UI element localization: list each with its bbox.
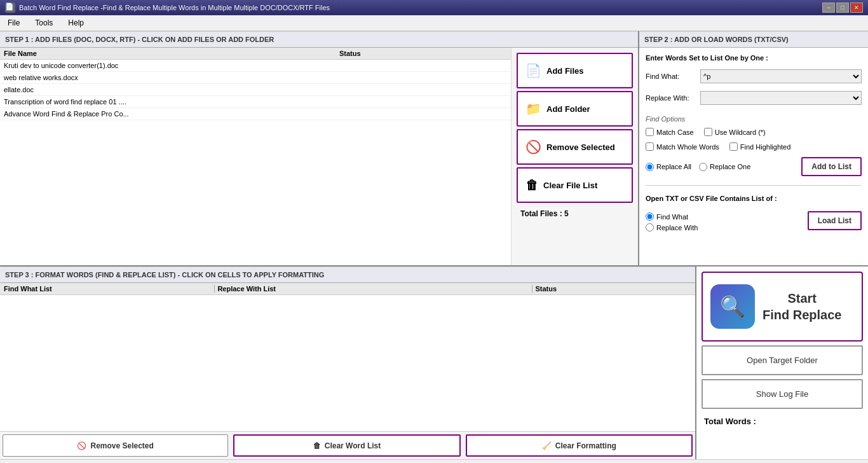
col-status-header: Status bbox=[339, 50, 507, 57]
checkboxes-row1: Match Case Use Wildcard (*) bbox=[646, 128, 862, 136]
file-row[interactable]: Advance Word Find & Replace Pro Co... bbox=[0, 108, 511, 120]
clear-word-list-icon: 🗑 bbox=[313, 441, 321, 450]
find-highlighted-input[interactable] bbox=[729, 142, 738, 151]
replace-with-radio-label: Replace With bbox=[656, 224, 698, 232]
file-buttons: 📄 Add Files 📁 Add Folder 🚫 Remove Select… bbox=[511, 48, 638, 265]
step3-header: STEP 3 : FORMAT WORDS (FIND & REPLACE LI… bbox=[0, 266, 695, 283]
clear-file-list-label: Clear File List bbox=[543, 181, 597, 190]
window-controls: − □ ✕ bbox=[822, 3, 863, 13]
menu-help[interactable]: Help bbox=[65, 17, 86, 29]
find-what-radio[interactable]: Find What bbox=[646, 212, 698, 221]
match-case-input[interactable] bbox=[646, 128, 654, 136]
show-log-file-button[interactable]: Show Log File bbox=[702, 379, 863, 409]
app-icon: 📄 bbox=[5, 3, 15, 13]
replace-with-radio[interactable]: Replace With bbox=[646, 223, 698, 232]
file-table-header: File Name Status bbox=[0, 48, 511, 60]
file-row[interactable]: Kruti dev to unicode converter(1).doc bbox=[0, 60, 511, 72]
replace-options: Replace All Replace One bbox=[646, 163, 750, 171]
match-whole-words-checkbox[interactable]: Match Whole Words bbox=[646, 142, 719, 151]
total-words: Total Words : bbox=[702, 413, 863, 430]
match-case-checkbox[interactable]: Match Case bbox=[646, 128, 694, 136]
add-folder-button[interactable]: 📁 Add Folder bbox=[517, 91, 633, 127]
replace-one-label: Replace One bbox=[710, 163, 750, 170]
file-row[interactable]: Transcription of word find replace 01 ..… bbox=[0, 96, 511, 108]
find-highlighted-checkbox[interactable]: Find Highlighted bbox=[729, 142, 791, 151]
main-container: STEP 1 : ADD FILES (DOC, DOCX, RTF) - CL… bbox=[0, 31, 868, 459]
word-remove-selected-button[interactable]: 🚫 Remove Selected bbox=[3, 434, 228, 457]
clear-word-list-button[interactable]: 🗑 Clear Word List bbox=[233, 434, 460, 457]
replace-with-select[interactable] bbox=[700, 91, 862, 105]
load-radio-section: Find What Replace With bbox=[646, 212, 698, 232]
col-wstatus-header: Status bbox=[532, 285, 691, 293]
col-name-header: File Name bbox=[4, 50, 339, 57]
find-options-title: Find Options bbox=[646, 115, 862, 123]
step1-panel: STEP 1 : ADD FILES (DOC, DOCX, RTF) - CL… bbox=[0, 31, 639, 265]
clear-formatting-button[interactable]: 🧹 Clear Formatting bbox=[466, 434, 693, 457]
statusbar: Status : Idle! bbox=[0, 459, 868, 463]
col-replace-header: Replace With List bbox=[215, 285, 532, 293]
clear-file-list-icon: 🗑 bbox=[526, 178, 538, 193]
file-row[interactable]: ellate.doc bbox=[0, 84, 511, 96]
replace-all-radio[interactable]: Replace All bbox=[646, 163, 691, 171]
replace-all-input[interactable] bbox=[646, 163, 654, 171]
bottom-buttons: 🚫 Remove Selected 🗑 Clear Word List 🧹 Cl… bbox=[0, 431, 695, 459]
find-what-radio-input[interactable] bbox=[646, 212, 654, 221]
add-to-list-button[interactable]: Add to List bbox=[801, 157, 862, 176]
clear-formatting-label: Clear Formatting bbox=[555, 441, 616, 450]
right-panel: 🔍 Start Find Replace Open Target Folder … bbox=[696, 266, 868, 459]
remove-selected-button[interactable]: 🚫 Remove Selected bbox=[517, 129, 633, 165]
match-whole-words-label: Match Whole Words bbox=[656, 143, 719, 151]
menu-tools[interactable]: Tools bbox=[32, 17, 55, 29]
step2-panel: STEP 2 : ADD OR LOAD WORDS (TXT/CSV) Ent… bbox=[639, 31, 868, 265]
match-case-label: Match Case bbox=[656, 128, 694, 136]
find-what-radio-label: Find What bbox=[656, 213, 688, 221]
find-what-select[interactable]: ^p bbox=[700, 69, 862, 83]
word-remove-selected-label: Remove Selected bbox=[90, 441, 153, 450]
replace-one-input[interactable] bbox=[699, 163, 707, 171]
use-wildcard-input[interactable] bbox=[704, 128, 712, 136]
file-list-area: File Name Status Kruti dev to unicode co… bbox=[0, 48, 638, 265]
use-wildcard-label: Use Wildcard (*) bbox=[715, 128, 766, 136]
replace-one-radio[interactable]: Replace One bbox=[699, 163, 750, 171]
file-row[interactable]: web relative works.docx bbox=[0, 72, 511, 84]
load-list-button[interactable]: Load List bbox=[808, 211, 862, 230]
load-list-row: Find What Replace With Load List bbox=[646, 210, 862, 232]
remove-selected-icon: 🚫 bbox=[77, 441, 86, 450]
file-table: File Name Status Kruti dev to unicode co… bbox=[0, 48, 511, 265]
step1-header: STEP 1 : ADD FILES (DOC, DOCX, RTF) - CL… bbox=[0, 31, 638, 48]
remove-selected-label: Remove Selected bbox=[546, 142, 615, 152]
minimize-button[interactable]: − bbox=[822, 3, 835, 13]
start-find-replace-button[interactable]: 🔍 Start Find Replace bbox=[702, 272, 863, 342]
divider bbox=[646, 185, 862, 186]
add-files-icon: 📄 bbox=[526, 63, 541, 78]
total-files: Total Files : 5 bbox=[517, 205, 633, 222]
add-files-label: Add Files bbox=[546, 66, 584, 76]
word-table-header: Find What List Replace With List Status bbox=[0, 283, 695, 295]
word-list-table: Find What List Replace With List Status bbox=[0, 283, 695, 431]
add-folder-label: Add Folder bbox=[546, 104, 590, 114]
top-section: STEP 1 : ADD FILES (DOC, DOCX, RTF) - CL… bbox=[0, 31, 868, 266]
add-files-button[interactable]: 📄 Add Files bbox=[517, 53, 633, 88]
checkboxes-row2: Match Whole Words Find Highlighted bbox=[646, 142, 862, 151]
menubar: File Tools Help bbox=[0, 15, 868, 31]
open-txt-title: Open TXT or CSV File Contains List of : bbox=[646, 195, 862, 202]
restore-button[interactable]: □ bbox=[836, 3, 849, 13]
start-icon: 🔍 bbox=[710, 284, 755, 329]
use-wildcard-checkbox[interactable]: Use Wildcard (*) bbox=[704, 128, 766, 136]
find-what-label: Find What: bbox=[646, 73, 696, 80]
step2-header: STEP 2 : ADD OR LOAD WORDS (TXT/CSV) bbox=[639, 31, 868, 48]
match-whole-words-input[interactable] bbox=[646, 142, 654, 151]
titlebar: 📄 Batch Word Find Replace -Find & Replac… bbox=[0, 0, 868, 15]
titlebar-title: Batch Word Find Replace -Find & Replace … bbox=[19, 4, 822, 11]
menu-file[interactable]: File bbox=[5, 17, 22, 29]
close-button[interactable]: ✕ bbox=[850, 3, 863, 13]
clear-file-list-button[interactable]: 🗑 Clear File List bbox=[517, 167, 633, 203]
add-folder-icon: 📁 bbox=[526, 101, 541, 116]
open-target-folder-button[interactable]: Open Target Folder bbox=[702, 345, 863, 375]
col-find-header: Find What List bbox=[4, 285, 215, 293]
replace-with-radio-input[interactable] bbox=[646, 223, 654, 232]
bottom-section: STEP 3 : FORMAT WORDS (FIND & REPLACE LI… bbox=[0, 266, 868, 459]
start-btn-text: Start Find Replace bbox=[763, 290, 841, 323]
clear-word-list-label: Clear Word List bbox=[325, 441, 381, 450]
clear-formatting-icon: 🧹 bbox=[542, 441, 552, 450]
